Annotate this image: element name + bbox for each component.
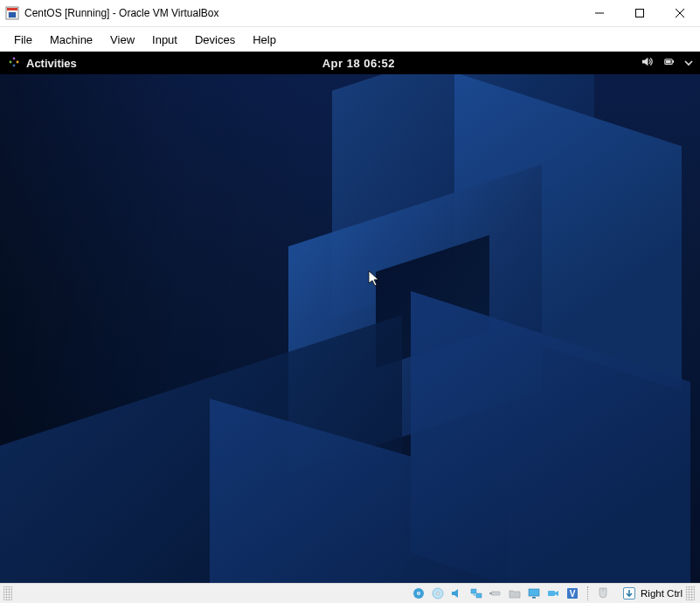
svg-point-10: [17, 60, 19, 63]
svg-point-9: [10, 60, 12, 63]
svg-rect-24: [529, 589, 539, 596]
guest-viewport[interactable]: Activities Apr 18 06:52: [0, 52, 700, 583]
activities-label: Activities: [26, 57, 77, 70]
svg-rect-22: [491, 592, 500, 595]
host-key-indicator[interactable]: Right Ctrl: [621, 586, 683, 601]
svg-text:V: V: [570, 589, 576, 599]
recording-icon[interactable]: [545, 586, 561, 601]
svg-rect-3: [9, 12, 16, 17]
svg-rect-23: [489, 593, 492, 594]
gnome-clock[interactable]: Apr 18 06:52: [322, 57, 395, 70]
vbox-statusbar: V Right Ctrl: [0, 583, 700, 603]
audio-icon[interactable]: [449, 586, 465, 601]
svg-point-8: [13, 57, 16, 59]
menu-input[interactable]: Input: [143, 30, 186, 50]
maximize-button[interactable]: [620, 0, 660, 26]
svg-point-11: [13, 64, 16, 66]
svg-rect-14: [666, 60, 671, 63]
svg-rect-5: [636, 10, 644, 17]
window-controls: [579, 0, 700, 26]
svg-rect-13: [673, 60, 674, 63]
harddisk-icon[interactable]: [411, 586, 426, 601]
shared-folder-icon[interactable]: [507, 586, 523, 601]
svg-rect-26: [548, 591, 555, 596]
menu-view[interactable]: View: [101, 30, 143, 50]
svg-rect-1: [7, 8, 17, 10]
guest-desktop[interactable]: [0, 74, 700, 583]
display-icon[interactable]: [526, 586, 542, 601]
titlebar-left: CentOS [Running] - Oracle VM VirtualBox: [5, 6, 219, 20]
gnome-topbar: Activities Apr 18 06:52: [0, 52, 700, 74]
menu-bar: File Machine View Input Devices Help: [0, 27, 700, 52]
close-button[interactable]: [660, 0, 700, 26]
centos-activities-icon: [7, 55, 21, 72]
window-title: CentOS [Running] - Oracle VM VirtualBox: [24, 7, 219, 19]
menu-machine[interactable]: Machine: [41, 30, 101, 50]
window-titlebar: CentOS [Running] - Oracle VM VirtualBox: [0, 0, 700, 27]
optical-disc-icon[interactable]: [430, 586, 446, 601]
status-divider: [587, 586, 588, 600]
gnome-system-menu[interactable]: [641, 55, 693, 71]
mouse-integration-icon[interactable]: [595, 586, 611, 601]
network-icon[interactable]: [468, 586, 484, 601]
host-key-icon: [621, 586, 637, 601]
svg-rect-25: [532, 597, 536, 599]
usb-icon[interactable]: [488, 586, 503, 601]
svg-point-17: [418, 593, 419, 594]
host-key-label: Right Ctrl: [641, 588, 683, 599]
statusbar-grip-left: [3, 586, 12, 600]
chevron-down-icon: [684, 57, 693, 70]
vbox-app-icon: [5, 6, 19, 20]
cpu-v-icon[interactable]: V: [565, 586, 580, 601]
menu-devices[interactable]: Devices: [186, 30, 244, 50]
menu-file[interactable]: File: [5, 30, 41, 50]
speaker-icon: [641, 55, 654, 71]
svg-point-19: [436, 592, 439, 594]
menu-help[interactable]: Help: [244, 30, 285, 50]
gnome-activities[interactable]: Activities: [7, 55, 77, 72]
battery-icon: [662, 55, 676, 71]
statusbar-grip-right: [686, 586, 695, 600]
svg-rect-20: [471, 589, 476, 593]
minimize-button[interactable]: [579, 0, 620, 26]
status-icons: V Right Ctrl: [411, 586, 697, 601]
